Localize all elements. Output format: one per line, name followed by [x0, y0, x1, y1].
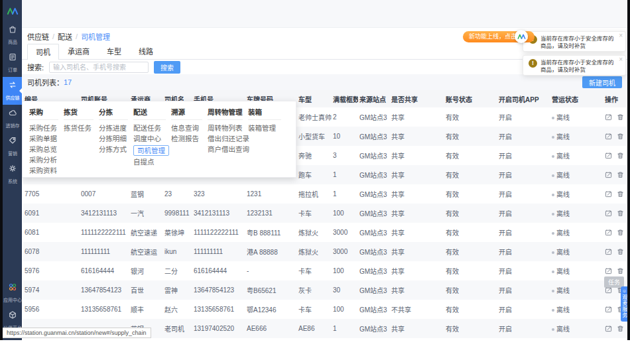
cell-vehicle-type: 炼狱火 — [297, 242, 332, 261]
edit-icon[interactable] — [605, 152, 612, 159]
menu-item-分拣明细[interactable]: 分拣明细 — [99, 133, 128, 144]
delete-icon[interactable] — [617, 113, 624, 121]
sidebar-item-label: 系统 — [7, 178, 17, 184]
menu-item-调度中心[interactable]: 调度中心 — [133, 133, 166, 144]
cell-phone: 1111122222111 — [192, 223, 245, 242]
edit-icon[interactable] — [605, 190, 612, 198]
cell-account-status: 有效 — [444, 146, 497, 165]
menu-item-采购任务[interactable]: 采购任务 — [29, 123, 58, 133]
table-row: 595613135658761顺丰赵六13135658761鄂A12346卡车1… — [23, 300, 627, 319]
sidebar-item-应用中心[interactable]: 应用中心 — [3, 279, 22, 307]
cell-shared: 共享 — [390, 319, 444, 338]
breadcrumb-supply-chain[interactable]: 供应链 — [27, 31, 49, 42]
status-text: 离线 — [556, 133, 570, 141]
edit-icon[interactable] — [605, 306, 612, 313]
menu-item-装箱管理[interactable]: 装箱管理 — [248, 123, 281, 133]
cell-shared: 共享 — [390, 165, 444, 184]
menu-item-分拣进度[interactable]: 分拣进度 — [99, 123, 128, 133]
tab-司机[interactable]: 司机 — [27, 44, 59, 60]
table-row: 6078111111111航空速运ikun111111111港A 88888炼狱… — [23, 242, 627, 261]
cell-no: 5976 — [23, 261, 80, 280]
menu-item-自提点[interactable]: 自提点 — [133, 156, 166, 167]
edit-icon[interactable] — [605, 171, 612, 178]
offline-status-dot — [552, 309, 554, 312]
menu-item-分拣方式[interactable]: 分拣方式 — [99, 144, 128, 154]
sidebar-item-label: 商品 — [7, 38, 17, 45]
delete-icon[interactable] — [617, 190, 624, 198]
edit-icon[interactable] — [605, 267, 612, 274]
delete-icon[interactable] — [617, 248, 624, 255]
edit-icon[interactable] — [605, 325, 612, 332]
breadcrumb-driver-management[interactable]: 司机管理 — [81, 31, 110, 42]
table-row: 77050007蓝钢233231231拖拉机1GM站点3共享有效开启离线 — [23, 184, 627, 204]
delete-icon[interactable] — [617, 152, 624, 159]
goods-bag-icon — [8, 25, 17, 36]
menu-item-采购资料[interactable]: 采购资料 — [29, 165, 58, 176]
sidebar-item-营销[interactable]: 营销 — [3, 133, 22, 160]
create-driver-button[interactable]: 新建司机 — [582, 76, 622, 88]
edit-icon[interactable] — [605, 133, 612, 140]
cell-vehicle-type: 炼狱火 — [297, 223, 332, 242]
menu-column-溯源: 溯源信息查询检测报告 — [171, 107, 202, 177]
close-icon[interactable]: × — [619, 56, 623, 63]
delete-icon[interactable] — [617, 133, 624, 140]
tab-承运商[interactable]: 承运商 — [59, 43, 98, 59]
menu-item-检测报告[interactable]: 检测报告 — [171, 133, 202, 144]
edit-icon[interactable] — [605, 113, 612, 121]
breadcrumb-delivery[interactable]: 配送 — [58, 31, 72, 42]
order-doc-icon — [8, 52, 17, 64]
menu-item-采购分析[interactable]: 采购分析 — [29, 154, 58, 165]
menu-item-商户借出查询[interactable]: 商户借出查询 — [208, 144, 243, 154]
cell-plate: 粤B 888111 — [245, 223, 297, 242]
cell-operation-status: 离线 — [550, 204, 603, 223]
cell-driver-name: 9998111 — [163, 204, 192, 223]
cell-vehicle-type: 小型货车 — [297, 127, 332, 146]
sidebar-item-供应链[interactable]: 供应链 — [3, 77, 22, 105]
delete-icon[interactable] — [617, 325, 624, 332]
cell-shared: 共享 — [390, 204, 444, 223]
menu-item-采购单据[interactable]: 采购单据 — [29, 133, 58, 144]
list-header-band: 司机列表： 17 新建司机 — [22, 74, 627, 90]
cell-account: 13135658761 — [80, 300, 129, 319]
status-text: 离线 — [556, 152, 570, 160]
menu-item-信息查询[interactable]: 信息查询 — [171, 123, 202, 133]
sidebar-item-系统[interactable]: 系统 — [3, 160, 22, 188]
delete-icon[interactable] — [617, 229, 624, 236]
tab-车型[interactable]: 车型 — [98, 43, 130, 59]
stock-warning-toast: ! 当前存在库存小于安全库存的商品，请及时补货 × — [523, 31, 626, 52]
menu-item-拣货任务[interactable]: 拣货任务 — [64, 123, 94, 133]
delete-icon[interactable] — [617, 210, 624, 217]
cell-account: 0007 — [80, 184, 129, 204]
edit-icon[interactable] — [605, 210, 612, 217]
cell-account-status: 有效 — [444, 242, 497, 261]
sidebar-item-商品[interactable]: 商品 — [3, 21, 22, 49]
menu-item-配送任务[interactable]: 配送任务 — [133, 123, 166, 133]
menu-item-借出归还记录[interactable]: 借出归还记录 — [208, 133, 243, 144]
guanmai-logo-badge[interactable] — [515, 30, 528, 43]
delete-icon[interactable] — [617, 267, 624, 274]
cell-source-station: GM站点3 — [358, 223, 390, 242]
cell-shared: 共享 — [390, 127, 444, 146]
menu-item-采购总览[interactable]: 采购总览 — [29, 144, 58, 154]
tab-线路[interactable]: 线路 — [130, 43, 162, 59]
cell-driver-app: 开启 — [497, 261, 550, 280]
menu-item-周转物列表[interactable]: 周转物列表 — [208, 123, 243, 133]
cell-plate: 1232131 — [245, 204, 297, 223]
cell-driver-app: 开启 — [497, 184, 550, 204]
search-button[interactable]: 搜索 — [154, 61, 180, 74]
cell-actions — [603, 223, 627, 242]
search-input[interactable] — [49, 62, 149, 73]
cell-carrier: 百世 — [129, 280, 163, 300]
sidebar-item-订单[interactable]: 订单 — [3, 49, 22, 77]
sidebar-item-进销存[interactable]: 进销存 — [3, 105, 22, 133]
menu-item-司机管理[interactable]: 司机管理 — [133, 145, 169, 156]
cell-shared: 共享 — [390, 261, 444, 280]
close-icon[interactable]: × — [619, 32, 623, 39]
cell-full-load-count: 100 — [332, 204, 358, 223]
col-actions: 操作 — [603, 90, 627, 107]
delete-icon[interactable] — [617, 171, 624, 178]
cell-source-station: GM站点3 — [358, 184, 390, 204]
edit-icon[interactable] — [605, 229, 612, 236]
col-vehicle-type: 车型 — [297, 90, 332, 107]
edit-icon[interactable] — [605, 248, 612, 255]
